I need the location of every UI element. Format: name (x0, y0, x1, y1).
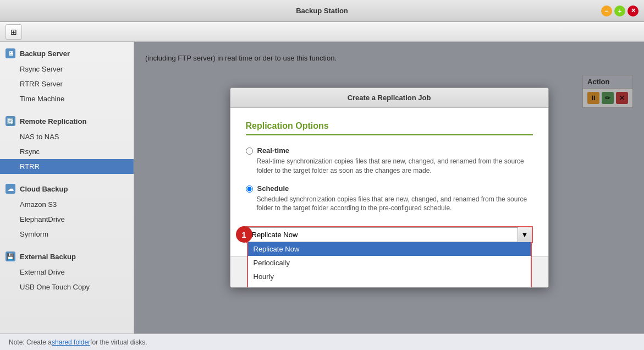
sidebar-item-nas-to-nas[interactable]: NAS to NAS (0, 129, 134, 144)
sidebar-item-rtrr[interactable]: RTRR (0, 159, 134, 174)
bottom-note-prefix: Note: Create a (9, 338, 52, 346)
modal-title-bar: Create a Replication Job (230, 88, 548, 108)
realtime-option: Real-time (246, 146, 533, 155)
minimize-button[interactable]: − (601, 6, 612, 17)
modal-dialog: Create a Replication Job Replication Opt… (230, 88, 549, 288)
menu-icon: ⊞ (10, 28, 17, 36)
bottom-note-suffix: for the virtual disks. (90, 338, 147, 346)
dropdown-selected-row: Replicate Now ▼ (247, 227, 532, 242)
schedule-option: Schedule (246, 184, 533, 193)
dropdown-list: Replicate Now Periodically Hourly Daily (247, 242, 532, 288)
sidebar-item-external-drive[interactable]: External Drive (0, 265, 134, 280)
content-area: (including FTP server) in real time or d… (134, 42, 644, 333)
sidebar-section-external-backup: 💾 External Backup External Drive USB One… (0, 245, 134, 298)
dropdown-display[interactable]: Replicate Now (247, 227, 532, 242)
schedule-description: Scheduled synchronization copies files t… (257, 195, 533, 214)
sidebar-section-backup-server: 🖥 Backup Server Rsync Server RTRR Server… (0, 42, 134, 110)
schedule-radio[interactable] (246, 185, 253, 193)
dropdown-option-periodically[interactable]: Periodically (248, 256, 531, 270)
realtime-label[interactable]: Real-time (257, 146, 290, 155)
realtime-group: Real-time Real-time synchronization copi… (246, 146, 533, 176)
realtime-radio[interactable] (246, 147, 253, 155)
modal-divider (246, 134, 533, 135)
window-controls: − + ✕ (601, 6, 639, 17)
cloud-backup-icon: ☁ (5, 184, 15, 194)
sidebar-item-elephantdrive[interactable]: ElephantDrive (0, 212, 134, 227)
sidebar-section-remote-replication: 🔄 Remote Replication NAS to NAS Rsync RT… (0, 110, 134, 177)
menu-button[interactable]: ⊞ (5, 24, 22, 40)
sidebar-section-header-external-backup[interactable]: 💾 External Backup (0, 248, 134, 265)
sidebar-section-header-remote-replication[interactable]: 🔄 Remote Replication (0, 113, 134, 129)
sidebar-item-rtrr-server[interactable]: RTRR Server (0, 76, 134, 91)
backup-server-icon: 🖥 (5, 48, 15, 58)
sidebar: 🖥 Backup Server Rsync Server RTRR Server… (0, 42, 134, 333)
maximize-button[interactable]: + (614, 6, 625, 17)
external-backup-icon: 💾 (5, 251, 15, 261)
sidebar-section-cloud-backup: ☁ Cloud Backup Amazon S3 ElephantDrive S… (0, 177, 134, 245)
cloud-backup-label: Cloud Backup (20, 185, 68, 193)
step1-badge: 1 (236, 226, 252, 243)
modal-title: Create a Replication Job (348, 94, 431, 102)
dropdown-option-hourly[interactable]: Hourly (248, 270, 531, 283)
toolbar: ⊞ (0, 22, 644, 42)
sidebar-item-symform[interactable]: Symform (0, 227, 134, 242)
modal-body: Replication Options Real-time Real-time … (230, 108, 548, 256)
bottom-bar: Note: Create a shared folder for the vir… (0, 333, 644, 350)
remote-replication-icon: 🔄 (5, 116, 15, 126)
schedule-group: Schedule Scheduled synchronization copie… (246, 184, 533, 214)
realtime-description: Real-time synchronization copies files t… (257, 157, 533, 176)
title-bar: Backup Station − + ✕ (0, 0, 644, 22)
dropdown-option-replicate-now[interactable]: Replicate Now (248, 242, 531, 256)
close-button[interactable]: ✕ (628, 6, 639, 17)
main-layout: 🖥 Backup Server Rsync Server RTRR Server… (0, 42, 644, 333)
schedule-label[interactable]: Schedule (257, 184, 289, 193)
remote-replication-label: Remote Replication (20, 117, 86, 125)
sidebar-item-rsync-server[interactable]: Rsync Server (0, 62, 134, 76)
sidebar-section-header-cloud-backup[interactable]: ☁ Cloud Backup (0, 181, 134, 197)
shared-folder-link[interactable]: shared folder (52, 338, 90, 346)
backup-server-label: Backup Server (20, 50, 70, 58)
modal-overlay: Create a Replication Job Replication Opt… (134, 42, 644, 333)
sidebar-item-rsync[interactable]: Rsync (0, 144, 134, 159)
app-title: Backup Station (296, 7, 348, 15)
dropdown-option-daily[interactable]: Daily (248, 283, 531, 288)
sidebar-item-time-machine[interactable]: Time Machine (0, 91, 134, 106)
sidebar-section-header-backup-server[interactable]: 🖥 Backup Server (0, 45, 134, 62)
sidebar-item-usb-one-touch[interactable]: USB One Touch Copy (0, 280, 134, 294)
external-backup-label: External Backup (20, 253, 76, 261)
modal-section-title: Replication Options (246, 121, 533, 131)
schedule-dropdown-container: Replicate Now ▼ Replicate Now Periodical… (246, 226, 533, 243)
sidebar-item-amazon-s3[interactable]: Amazon S3 (0, 197, 134, 212)
